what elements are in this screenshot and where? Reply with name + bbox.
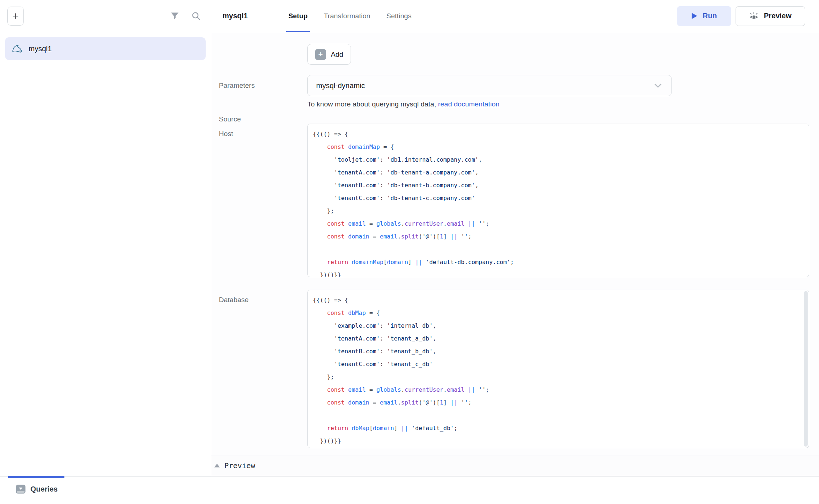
query-title: mysql1 bbox=[222, 12, 248, 20]
plus-icon: + bbox=[12, 10, 19, 22]
preview-button[interactable]: Preview bbox=[736, 6, 805, 26]
parameters-label: Parameters bbox=[219, 82, 303, 90]
search-button[interactable] bbox=[190, 10, 202, 22]
plus-square-icon: + bbox=[315, 49, 326, 60]
queries-tab-active-indicator bbox=[8, 476, 64, 478]
host-code-editor[interactable]: {{(() => { const domainMap = { 'tooljet.… bbox=[307, 124, 809, 277]
queries-tab-label: Queries bbox=[30, 485, 57, 493]
editor-tabs: Setup Transformation Settings bbox=[286, 0, 426, 32]
bottom-panel-bar: Queries bbox=[0, 476, 819, 504]
add-parameter-button[interactable]: + Add bbox=[307, 44, 351, 65]
source-label: Source bbox=[219, 115, 303, 123]
setup-tab-panel: Parameters + Add Source mysql-dynamic To… bbox=[211, 32, 819, 476]
tab-settings[interactable]: Settings bbox=[384, 0, 414, 32]
read-documentation-link[interactable]: read documentation bbox=[438, 100, 500, 108]
play-icon bbox=[691, 12, 698, 19]
filter-icon bbox=[170, 11, 180, 21]
query-list-item-mysql1[interactable]: mysql1 bbox=[5, 37, 206, 60]
tab-setup[interactable]: Setup bbox=[286, 0, 310, 32]
collapse-up-icon bbox=[214, 464, 220, 467]
run-button[interactable]: Run bbox=[677, 6, 731, 26]
host-label: Host bbox=[219, 130, 303, 138]
queries-panel-tab[interactable]: Queries bbox=[16, 485, 57, 494]
query-item-label: mysql1 bbox=[29, 45, 52, 53]
query-list-panel: + mysql1 bbox=[0, 0, 211, 476]
add-query-button[interactable]: + bbox=[7, 7, 24, 26]
chevron-down-icon bbox=[654, 83, 662, 88]
query-editor-header: mysql1 Setup Transformation Settings Run… bbox=[211, 0, 819, 32]
database-code-editor[interactable]: {{(() => { const dbMap = { 'example.com'… bbox=[307, 290, 809, 448]
tab-transformation[interactable]: Transformation bbox=[322, 0, 373, 32]
query-list-header: + bbox=[0, 0, 211, 32]
queries-tray-icon bbox=[16, 485, 26, 494]
source-select-value: mysql-dynamic bbox=[316, 82, 365, 90]
query-list: mysql1 bbox=[0, 32, 211, 65]
database-label: Database bbox=[219, 296, 303, 304]
database-editor-scrollbar[interactable] bbox=[804, 291, 808, 447]
header-actions: Run Preview bbox=[677, 6, 805, 26]
preview-section-toggle[interactable]: Preview bbox=[211, 455, 819, 476]
eye-icon bbox=[749, 11, 759, 21]
preview-section-label: Preview bbox=[224, 461, 255, 470]
filter-button[interactable] bbox=[168, 10, 181, 22]
search-icon bbox=[191, 11, 201, 21]
mysql-icon bbox=[12, 43, 23, 54]
source-select[interactable]: mysql-dynamic bbox=[307, 75, 672, 96]
documentation-hint: To know more about querying mysql data, … bbox=[307, 100, 500, 108]
